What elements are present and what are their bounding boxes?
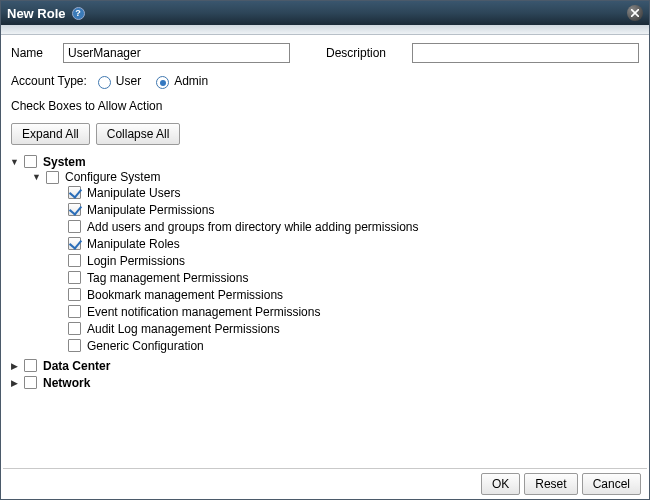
ok-button[interactable]: OK <box>481 473 520 495</box>
tree-node-system: ▼System▼Configure SystemManipulate Users… <box>9 153 643 357</box>
tree-node-data-center: ▶Data Center <box>9 357 643 374</box>
tree-node-manipulate-roles: Manipulate Roles <box>53 235 643 252</box>
label-event-notif-mgmt: Event notification management Permission… <box>87 305 320 319</box>
checkbox-manipulate-permissions[interactable] <box>68 203 81 216</box>
tree-node-event-notif-mgmt: Event notification management Permission… <box>53 303 643 320</box>
footer: OK Reset Cancel <box>1 469 649 499</box>
description-label: Description <box>326 46 406 60</box>
tree-node-manipulate-users: Manipulate Users <box>53 184 643 201</box>
name-label: Name <box>11 46 57 60</box>
label-generic-config: Generic Configuration <box>87 339 204 353</box>
account-type-admin-radio[interactable] <box>156 76 169 89</box>
collapse-toggle-icon[interactable]: ▼ <box>31 172 42 183</box>
checkbox-tag-mgmt[interactable] <box>68 271 81 284</box>
checkbox-configure-system[interactable] <box>46 171 59 184</box>
checkbox-manipulate-users[interactable] <box>68 186 81 199</box>
label-network: Network <box>43 376 90 390</box>
permissions-header: Check Boxes to Allow Action <box>11 99 639 113</box>
checkbox-manipulate-roles[interactable] <box>68 237 81 250</box>
expand-toggle-icon[interactable]: ▶ <box>9 360 20 371</box>
checkbox-add-users-groups-dir[interactable] <box>68 220 81 233</box>
checkbox-data-center[interactable] <box>24 359 37 372</box>
collapse-toggle-icon[interactable]: ▼ <box>9 156 20 167</box>
permissions-tree: ▼System▼Configure SystemManipulate Users… <box>9 153 643 391</box>
label-data-center: Data Center <box>43 359 110 373</box>
account-type-label: Account Type: <box>11 74 87 88</box>
checkbox-generic-config[interactable] <box>68 339 81 352</box>
tree-node-login-permissions: Login Permissions <box>53 252 643 269</box>
label-tag-mgmt: Tag management Permissions <box>87 271 248 285</box>
tree-node-tag-mgmt: Tag management Permissions <box>53 269 643 286</box>
label-audit-log-mgmt: Audit Log management Permissions <box>87 322 280 336</box>
permissions-tree-container[interactable]: ▼System▼Configure SystemManipulate Users… <box>9 153 643 468</box>
tree-node-network: ▶Network <box>9 374 643 391</box>
tree-node-manipulate-permissions: Manipulate Permissions <box>53 201 643 218</box>
checkbox-event-notif-mgmt[interactable] <box>68 305 81 318</box>
checkbox-login-permissions[interactable] <box>68 254 81 267</box>
checkbox-network[interactable] <box>24 376 37 389</box>
account-type-user-label[interactable]: User <box>116 74 141 88</box>
tree-node-configure-system: ▼Configure SystemManipulate UsersManipul… <box>31 169 643 356</box>
tree-node-generic-config: Generic Configuration <box>53 337 643 354</box>
expand-toggle-icon[interactable]: ▶ <box>9 377 20 388</box>
label-manipulate-roles: Manipulate Roles <box>87 237 180 251</box>
description-input[interactable] <box>412 43 639 63</box>
account-type-user-radio[interactable] <box>98 76 111 89</box>
new-role-dialog: New Role ? Name Description Account Type… <box>0 0 650 500</box>
header-gloss <box>1 25 649 35</box>
tree-node-add-users-groups-dir: Add users and groups from directory whil… <box>53 218 643 235</box>
label-configure-system: Configure System <box>65 170 160 184</box>
label-manipulate-users: Manipulate Users <box>87 186 180 200</box>
name-input[interactable] <box>63 43 290 63</box>
label-add-users-groups-dir: Add users and groups from directory whil… <box>87 220 419 234</box>
label-system: System <box>43 155 86 169</box>
expand-all-button[interactable]: Expand All <box>11 123 90 145</box>
close-icon[interactable] <box>627 5 643 21</box>
help-icon[interactable]: ? <box>72 7 85 20</box>
titlebar: New Role ? <box>1 1 649 25</box>
label-bookmark-mgmt: Bookmark management Permissions <box>87 288 283 302</box>
dialog-title: New Role <box>7 6 66 21</box>
cancel-button[interactable]: Cancel <box>582 473 641 495</box>
checkbox-bookmark-mgmt[interactable] <box>68 288 81 301</box>
account-type-admin-label[interactable]: Admin <box>174 74 208 88</box>
form-area: Name Description Account Type: User Admi… <box>1 35 649 153</box>
tree-node-audit-log-mgmt: Audit Log management Permissions <box>53 320 643 337</box>
checkbox-audit-log-mgmt[interactable] <box>68 322 81 335</box>
tree-node-bookmark-mgmt: Bookmark management Permissions <box>53 286 643 303</box>
reset-button[interactable]: Reset <box>524 473 577 495</box>
collapse-all-button[interactable]: Collapse All <box>96 123 181 145</box>
label-manipulate-permissions: Manipulate Permissions <box>87 203 214 217</box>
checkbox-system[interactable] <box>24 155 37 168</box>
label-login-permissions: Login Permissions <box>87 254 185 268</box>
